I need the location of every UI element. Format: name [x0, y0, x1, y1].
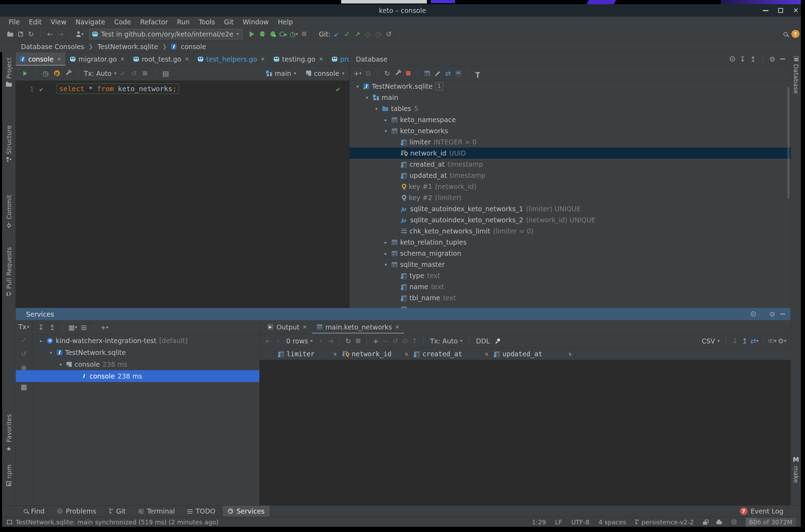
rollback-icon[interactable]: ↺ — [19, 349, 29, 358]
close-icon[interactable]: ✕ — [57, 56, 62, 62]
tree-row[interactable]: ▸schema_migration — [350, 248, 791, 259]
commit-tx-icon[interactable]: ✓ — [118, 69, 127, 78]
add-frame-icon[interactable]: ⊞ — [79, 323, 88, 332]
menu-window[interactable]: Window — [238, 18, 273, 26]
service-row[interactable]: ▾TestNetwork.sqlite — [32, 347, 259, 358]
revert-icon[interactable]: ↺ — [391, 336, 400, 346]
view-options-icon[interactable]: ▾ — [768, 336, 777, 346]
close-icon[interactable]: ✕ — [395, 324, 400, 330]
menu-refactor[interactable]: Refactor — [136, 18, 173, 26]
tree-row[interactable]: updated_attimestamp — [350, 170, 791, 181]
menu-help[interactable]: Help — [273, 18, 297, 26]
service-row[interactable]: ▸kind-watcherx-integration-test[default] — [32, 335, 259, 347]
tree-row-clipped[interactable] — [350, 303, 791, 308]
services-view-icon[interactable]: ▦ — [19, 382, 29, 391]
code-editor[interactable]: 1 ✔ select * from keto_networks; ✔ — [16, 81, 349, 308]
cloud-sync-icon[interactable] — [716, 521, 722, 524]
git-rollback-icon[interactable]: ↺ — [384, 30, 393, 39]
git-commit-icon[interactable]: ✓ — [343, 30, 352, 39]
update-available-icon[interactable]: ↑ — [791, 30, 799, 38]
tool-button-services[interactable]: Services — [223, 506, 269, 517]
tree-row[interactable]: chk_keto_networks_limit(limiter = 0) — [350, 225, 791, 237]
tree-row[interactable]: tbl_nametext — [350, 292, 791, 303]
tab-result-grid[interactable]: main.keto_networks ✕ — [312, 320, 405, 334]
indent-setting[interactable]: 4 spaces — [599, 518, 626, 526]
tree-row[interactable]: key #2(limiter) — [350, 192, 791, 203]
tab-root-test-go[interactable]: root_test.go ✕ — [129, 52, 194, 66]
tree-row[interactable]: ▾keto_networks — [350, 125, 791, 136]
close-icon[interactable]: ✕ — [185, 56, 189, 62]
debug-button[interactable] — [258, 30, 267, 39]
add-datasource-icon[interactable]: +▾ — [353, 69, 362, 78]
submit-icon[interactable]: ⊙ — [400, 336, 409, 346]
import-icon[interactable]: ↥ — [740, 336, 749, 346]
tree-row[interactable]: ▸keto_relation_tuples — [350, 237, 791, 248]
add-row-icon[interactable]: + — [371, 336, 380, 346]
open-icon[interactable] — [6, 30, 15, 39]
history-icon[interactable]: ◷ — [41, 69, 50, 78]
rollback-tx-icon[interactable]: ↺ — [130, 69, 139, 78]
tree-row[interactable]: ▾sqlite_master — [350, 259, 791, 270]
column-header-network-id[interactable]: network_id ⇅ — [340, 348, 411, 360]
group-by-icon[interactable]: ▦▾ — [68, 323, 77, 332]
locate-icon[interactable] — [728, 55, 737, 64]
collapse-all-icon[interactable]: ↥ — [48, 323, 57, 332]
grid-body-empty[interactable] — [260, 360, 791, 505]
menu-run[interactable]: Run — [172, 18, 194, 26]
git-cherry-pick-icon[interactable]: ◇ — [364, 30, 373, 39]
datasource-properties-icon[interactable] — [393, 69, 402, 78]
commit-icon[interactable]: ✓ — [19, 335, 29, 344]
last-page-icon[interactable]: ⇥ — [326, 336, 335, 346]
event-log[interactable]: 7 Event Log — [740, 507, 801, 515]
filter-icon[interactable] — [473, 69, 482, 78]
breadcrumb-console[interactable]: console — [181, 43, 206, 50]
service-row[interactable]: ▾console238 ms — [32, 358, 259, 370]
tree-row[interactable]: nametext — [350, 281, 791, 292]
tab-console[interactable]: console ✕ — [16, 52, 66, 66]
tab-migrator-go[interactable]: migrator.go ✕ — [66, 52, 129, 66]
execute-icon[interactable] — [21, 69, 30, 78]
menu-view[interactable]: View — [46, 18, 71, 26]
run-button[interactable] — [248, 30, 257, 39]
sync-arrows-icon[interactable]: ⇄▾ — [750, 336, 759, 346]
sync-arrows-icon[interactable]: ⇄ — [444, 69, 453, 78]
refresh-icon[interactable]: ↻ — [383, 69, 392, 78]
tool-button-favorites[interactable]: Favorites ★ — [2, 414, 15, 452]
tree-row[interactable]: limiterINTEGER = 0 — [350, 136, 791, 148]
menu-code[interactable]: Code — [110, 18, 136, 26]
gear-icon[interactable]: ⚙ — [768, 310, 777, 319]
tree-row[interactable]: key #1(network_id) — [350, 181, 791, 192]
locate-icon[interactable] — [749, 310, 758, 319]
schema-select[interactable]: main ▾ — [266, 70, 296, 77]
user-settings-icon[interactable]: ▾ — [75, 30, 84, 39]
duplicate-icon[interactable]: ⧉ — [364, 69, 373, 78]
menu-navigate[interactable]: Navigate — [71, 18, 110, 26]
scrollbar-thumb[interactable] — [787, 87, 790, 198]
sql-statement[interactable]: select * from keto_networks; — [57, 84, 179, 94]
gear-icon[interactable]: ⚙▾ — [777, 336, 787, 346]
parameters-icon[interactable]: p — [52, 69, 61, 78]
tool-button-structure[interactable]: Structure — [2, 125, 15, 162]
tree-row[interactable]: sqlite_autoindex_keto_networks_1(limiter… — [350, 203, 791, 214]
tool-button-make[interactable]: M make — [791, 456, 801, 483]
tree-row[interactable]: ▾TestNetwork.sqlite1 — [350, 81, 791, 92]
grid-tx-select[interactable]: Tx: Auto ▾ — [428, 337, 464, 345]
tree-row[interactable]: ▸keto_namespace — [350, 114, 791, 125]
delete-row-icon[interactable]: − — [381, 336, 390, 346]
gear-icon[interactable]: ⚙ — [768, 55, 777, 64]
tool-button-commit[interactable]: Commit — [2, 195, 15, 228]
row-count-select[interactable]: 0 rows ▾ — [283, 337, 315, 345]
line-ending[interactable]: LF — [555, 518, 562, 526]
tool-button-pull-requests[interactable]: Pull Requests — [2, 247, 15, 296]
tool-button-npm[interactable]: npm — [2, 464, 15, 486]
edit-icon[interactable] — [433, 69, 442, 78]
tree-row-selected[interactable]: network_idUUID — [350, 148, 791, 159]
close-icon[interactable]: ✕ — [120, 56, 125, 62]
menu-tools[interactable]: Tools — [194, 18, 220, 26]
git-branch-widget[interactable]: persistence-v2-2 — [635, 518, 694, 526]
output-options-icon[interactable]: ▤ — [161, 69, 170, 78]
tool-button-git[interactable]: Git — [104, 506, 131, 517]
collapse-all-icon[interactable]: ↥ — [749, 55, 758, 64]
add-service-icon[interactable]: +▾ — [100, 323, 109, 332]
tab-output[interactable]: Output ✕ — [263, 320, 312, 334]
